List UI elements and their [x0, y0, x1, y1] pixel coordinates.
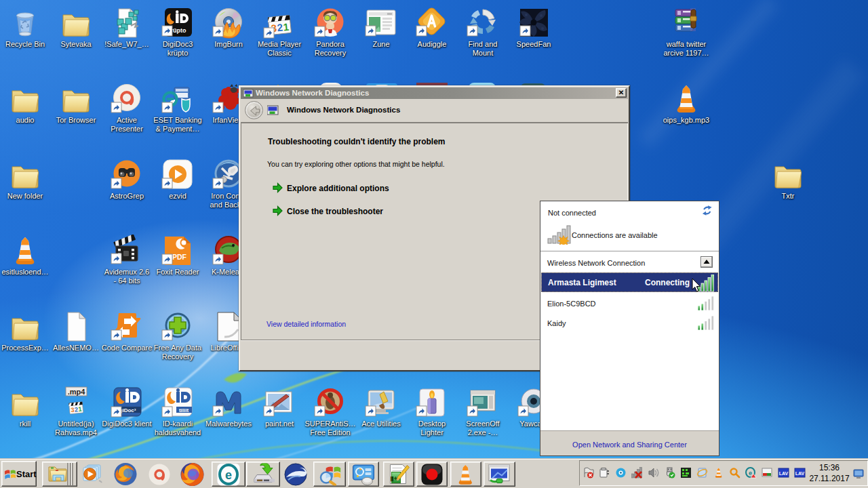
svg-text:tiliit: tiliit [179, 407, 189, 413]
svg-text:e: e [225, 468, 232, 481]
svg-text:.mp4: .mp4 [68, 388, 86, 396]
svg-text:LAV: LAV [795, 471, 805, 476]
svg-text:LAV: LAV [779, 471, 789, 476]
svg-text:rüpto: rüpto [171, 27, 186, 34]
svg-text:e: e [749, 470, 752, 476]
svg-text:PDF: PDF [172, 253, 187, 261]
